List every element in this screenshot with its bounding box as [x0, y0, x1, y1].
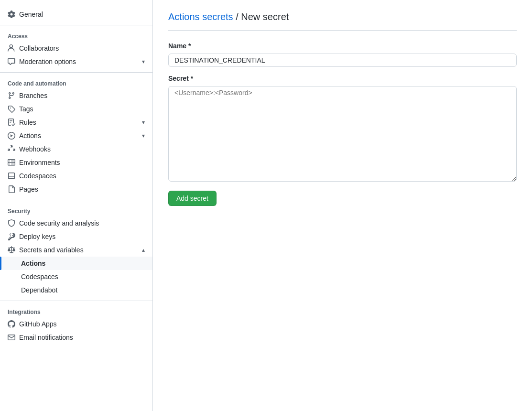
sidebar-item-general[interactable]: General — [0, 8, 152, 21]
page-icon — [8, 185, 15, 193]
webhook-icon — [8, 145, 15, 153]
sidebar-item-moderation[interactable]: Moderation options ▾ — [0, 55, 152, 68]
sidebar-subitem-actions[interactable]: Actions — [0, 257, 152, 270]
name-input[interactable] — [168, 54, 517, 67]
sidebar-item-collaborators[interactable]: Collaborators — [0, 42, 152, 55]
sidebar-item-email-notifications[interactable]: Email notifications — [0, 331, 152, 344]
sidebar-item-actions-label: Actions — [19, 132, 41, 140]
sidebar-item-pages[interactable]: Pages — [0, 183, 152, 196]
shield-icon — [8, 219, 15, 227]
sidebar-item-general-label: General — [19, 11, 43, 18]
person-icon — [8, 44, 15, 52]
secret-label: Secret * — [168, 75, 517, 82]
sidebar-item-github-apps[interactable]: GitHub Apps — [0, 317, 152, 331]
section-integrations: Integrations — [0, 305, 152, 317]
branch-icon — [8, 92, 15, 99]
secret-icon — [8, 246, 15, 254]
comment-icon — [8, 58, 15, 65]
sidebar-item-actions[interactable]: Actions ▾ — [0, 129, 152, 142]
chevron-down-icon: ▾ — [142, 119, 145, 126]
sidebar-item-branches[interactable]: Branches — [0, 89, 152, 102]
name-label: Name * — [168, 42, 517, 50]
sidebar-item-code-security-label: Code security and analysis — [19, 219, 99, 227]
page-header: Actions secrets / New secret — [168, 11, 517, 31]
sidebar-subitem-dependabot[interactable]: Dependabot — [0, 283, 152, 297]
section-access: Access — [0, 29, 152, 42]
divider-4 — [0, 301, 152, 301]
sidebar-item-rules[interactable]: Rules ▾ — [0, 116, 152, 129]
sidebar-item-deploy-keys-label: Deploy keys — [19, 233, 55, 240]
codespaces-icon — [8, 172, 15, 180]
sidebar-item-webhooks[interactable]: Webhooks — [0, 142, 152, 156]
secret-textarea[interactable] — [168, 86, 517, 182]
sidebar-item-collaborators-label: Collaborators — [19, 44, 59, 52]
breadcrumb-link[interactable]: Actions secrets — [168, 11, 233, 22]
tag-icon — [8, 105, 15, 113]
divider-1 — [0, 25, 152, 25]
key-icon — [8, 233, 15, 240]
divider-2 — [0, 72, 152, 73]
chevron-down-icon: ▾ — [142, 132, 145, 139]
sidebar-item-secrets-variables[interactable]: Secrets and variables ▴ — [0, 243, 152, 257]
sidebar-item-codespaces[interactable]: Codespaces — [0, 169, 152, 183]
sidebar-item-deploy-keys[interactable]: Deploy keys — [0, 230, 152, 243]
sidebar-subitem-codespaces-label: Codespaces — [21, 273, 58, 281]
chevron-down-icon: ▾ — [142, 58, 145, 65]
sidebar-item-codespaces-label: Codespaces — [19, 172, 56, 180]
sidebar-item-pages-label: Pages — [19, 185, 38, 193]
section-security: Security — [0, 204, 152, 216]
name-group: Name * — [168, 42, 517, 67]
sidebar-item-environments[interactable]: Environments — [0, 156, 152, 169]
divider-3 — [0, 200, 152, 200]
sidebar-item-environments-label: Environments — [19, 159, 60, 166]
breadcrumb-separator: / New secret — [236, 11, 289, 22]
sidebar-subitem-codespaces[interactable]: Codespaces — [0, 270, 152, 283]
sidebar-item-moderation-label: Moderation options — [19, 58, 76, 65]
chevron-up-icon: ▴ — [142, 247, 145, 253]
main-content: Actions secrets / New secret Name * Secr… — [153, 0, 532, 411]
section-code-automation: Code and automation — [0, 76, 152, 89]
app-icon — [8, 320, 15, 328]
sidebar-item-tags[interactable]: Tags — [0, 102, 152, 116]
sidebar-item-tags-label: Tags — [19, 105, 33, 113]
secret-group: Secret * — [168, 75, 517, 183]
sidebar-item-github-apps-label: GitHub Apps — [19, 320, 57, 328]
gear-icon — [8, 11, 15, 18]
sidebar-item-rules-label: Rules — [19, 119, 36, 126]
sidebar: General Access Collaborators Moderation … — [0, 0, 153, 411]
add-secret-button[interactable]: Add secret — [168, 191, 217, 206]
sidebar-item-code-security[interactable]: Code security and analysis — [0, 216, 152, 230]
sidebar-item-webhooks-label: Webhooks — [19, 145, 51, 153]
play-icon — [8, 132, 15, 140]
mail-icon — [8, 334, 15, 341]
server-icon — [8, 159, 15, 166]
sidebar-item-secrets-label: Secrets and variables — [19, 246, 84, 254]
sidebar-subitem-actions-label: Actions — [21, 260, 45, 267]
sidebar-item-email-label: Email notifications — [19, 334, 73, 341]
sidebar-subitem-dependabot-label: Dependabot — [21, 286, 57, 294]
sidebar-item-branches-label: Branches — [19, 92, 47, 99]
checklist-icon — [8, 119, 15, 126]
